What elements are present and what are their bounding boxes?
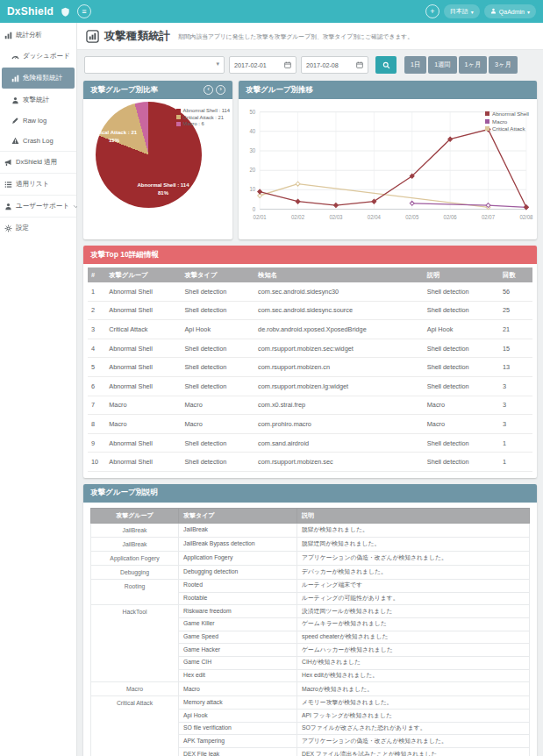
- table-row: 10Abnormal ShellShell detectioncom.rsupp…: [88, 453, 532, 472]
- descriptions-cell-description: API フッキングが検知されました: [297, 709, 530, 722]
- descriptions-cell-type: Api Hook: [179, 709, 297, 722]
- descriptions-cell-type: Application Fogery: [179, 551, 297, 565]
- top10-cell-group: Abnormal Shell: [105, 433, 181, 453]
- date-to-input[interactable]: 2017-02-08: [301, 56, 368, 74]
- prev-arrow-button[interactable]: ‹: [204, 85, 213, 95]
- top10-cell-detection-name: com.prohiro.macro: [254, 415, 424, 434]
- descriptions-cell-description: CIHが検知されました: [297, 656, 530, 669]
- period-1day-button[interactable]: 1日: [404, 56, 426, 74]
- period-1week-button[interactable]: 1週間: [428, 56, 456, 74]
- top10-cell-group: Abnormal Shell: [105, 376, 181, 396]
- top10-column-header: 検知名: [254, 267, 424, 282]
- top10-cell-rank: 4: [88, 339, 105, 358]
- top10-cell-description: Shell detection: [424, 433, 499, 453]
- descriptions-cell-description: ゲームキラーが検知されました: [297, 617, 530, 631]
- period-3months-button[interactable]: 3ヶ月: [489, 56, 518, 74]
- calendar-icon: [284, 61, 291, 68]
- sidebar-item-dxshield-apply[interactable]: DxShield 適用: [0, 151, 76, 173]
- top10-cell-detection-name: com.x0.strai.frep: [254, 396, 424, 415]
- top10-column-header: 説明: [424, 267, 499, 282]
- language-menu-button[interactable]: 日本語 ▾: [444, 4, 480, 18]
- chevron-down-icon: ▾: [527, 9, 530, 15]
- descriptions-cell-description: ルーティングの可能性があります。: [297, 592, 530, 605]
- table-row: Critical AttackMemory attackメモリー攻撃が検知されま…: [91, 696, 530, 710]
- top10-cell-count: 1: [499, 453, 532, 472]
- table-row: RootingRootedルーティング端末です: [91, 579, 530, 592]
- descriptions-cell-description: 脱獄迂回が検知されました。: [297, 537, 530, 551]
- refresh-button[interactable]: +: [425, 4, 439, 18]
- date-from-input[interactable]: 2017-02-01: [229, 56, 297, 74]
- sidebar-item-settings[interactable]: 設定: [0, 217, 76, 239]
- sidebar-item-user-support[interactable]: ユーザーサポート: [0, 195, 76, 217]
- stats-chart-icon: [11, 75, 19, 82]
- sidebar-item-dashboard[interactable]: ダッシュボード: [0, 46, 76, 67]
- table-row: 4Abnormal ShellShell detectioncom.rsuppo…: [88, 339, 532, 358]
- descriptions-panel-header: 攻撃グループ別説明: [83, 484, 537, 503]
- top10-cell-detection-name: com.sec.android.sidesync.source: [254, 301, 424, 320]
- descriptions-cell-description: Macroが検知されました。: [297, 682, 530, 696]
- top10-cell-count: 3: [499, 396, 532, 415]
- descriptions-cell-description: 脱獄が検知されました。: [297, 523, 530, 537]
- descriptions-cell-group: JailBreak: [91, 537, 179, 551]
- shield-icon: [61, 7, 70, 17]
- x-tick-label: 02/03: [329, 214, 343, 220]
- sidebar-item-raw-log[interactable]: Raw log: [0, 111, 76, 131]
- descriptions-cell-description: DEX ファイル流出を試みたことが検知されました: [297, 747, 530, 756]
- descriptions-cell-group: Application Fogery: [91, 551, 179, 565]
- sidebar-item-statistics-analysis[interactable]: 統計分析: [0, 25, 76, 46]
- table-row: JailBreakJailBreak脱獄が検知されました。: [91, 523, 530, 537]
- descriptions-table-head: 攻撃グループ攻撃タイプ説明: [91, 508, 530, 523]
- carousel-controls: ‹ ›: [204, 85, 225, 95]
- sidebar-item-attack-statistics[interactable]: 攻撃統計: [0, 89, 76, 111]
- descriptions-table-wrap: 攻撃グループ攻撃タイプ説明 JailBreakJailBreak脱獄が検知されま…: [83, 503, 537, 756]
- data-point: [334, 203, 339, 208]
- descriptions-cell-type: Memory attack: [179, 696, 297, 710]
- descriptions-cell-type: Debugging detection: [179, 565, 297, 579]
- data-point: [296, 199, 300, 203]
- brand-logo[interactable]: DxShield: [7, 5, 54, 18]
- legend-item[interactable]: Abnormal Shell : 114: [176, 108, 230, 113]
- legend-item[interactable]: Macro: [485, 118, 529, 125]
- line-series-macro: [412, 203, 526, 207]
- user-icon: [490, 8, 497, 15]
- top10-cell-description: Shell detection: [424, 282, 499, 301]
- descriptions-cell-type: Rooted: [179, 579, 297, 592]
- search-button[interactable]: [375, 56, 397, 74]
- top10-cell-rank: 6: [88, 376, 105, 396]
- top10-cell-group: Abnormal Shell: [105, 339, 181, 358]
- y-tick-label: 0: [253, 206, 256, 212]
- pie-slice-label: Critical Attack : 2115%: [89, 129, 139, 144]
- sidebar-toggle-button[interactable]: ≡: [77, 4, 91, 18]
- pencil-icon: [11, 117, 19, 125]
- descriptions-table: 攻撃グループ攻撃タイプ説明 JailBreakJailBreak脱獄が検知されま…: [90, 508, 530, 756]
- period-1month-button[interactable]: 1ヶ月: [459, 56, 488, 74]
- sidebar-item-apply-list[interactable]: 適用リスト: [0, 173, 76, 195]
- page-header: 攻撃種類統計 期間内該当アプリに発生した攻撃を攻撃グループ別、攻撃タイプ別にご確…: [77, 23, 543, 50]
- top10-cell-rank: 7: [88, 396, 105, 415]
- date-to-value: 2017-02-08: [306, 61, 339, 69]
- user-menu-button[interactable]: QaAdmin ▾: [484, 4, 536, 18]
- descriptions-cell-type: Rootable: [179, 592, 297, 605]
- legend-item[interactable]: Critical Attack: [485, 125, 529, 132]
- legend-item[interactable]: Abnormal Shell: [485, 111, 529, 117]
- top10-panel: 攻撃Top 10詳細情報 #攻撃グループ攻撃タイプ検知名説明回数 1Abnorm…: [83, 246, 537, 478]
- top10-cell-type: Shell detection: [181, 301, 254, 320]
- sidebar-item-crash-log[interactable]: Crash Log: [0, 131, 76, 151]
- sidebar-item-label: DxShield 適用: [16, 158, 57, 167]
- legend-item[interactable]: Macro : 6: [176, 121, 230, 126]
- x-tick-label: 02/06: [444, 214, 458, 220]
- app-select[interactable]: ▾: [84, 56, 225, 74]
- legend-item[interactable]: Critical Attack : 21: [176, 115, 230, 120]
- table-row: 2Abnormal ShellShell detectioncom.sec.an…: [88, 301, 532, 320]
- pie-slice-label: Abnormal Shell : 11481%: [134, 182, 192, 196]
- descriptions-cell-group: JailBreak: [91, 523, 179, 537]
- calendar-icon: [356, 61, 363, 68]
- next-arrow-button[interactable]: ›: [216, 85, 225, 95]
- main-content: 攻撃種類統計 期間内該当アプリに発生した攻撃を攻撃グループ別、攻撃タイプ別にご確…: [77, 23, 543, 756]
- top10-cell-group: Macro: [105, 415, 181, 434]
- legend-label: Abnormal Shell : 114: [183, 108, 230, 113]
- y-tick-label: 10: [249, 186, 255, 192]
- descriptions-cell-type: JailBreak: [179, 523, 297, 537]
- sidebar-item-label: 適用リスト: [16, 180, 49, 189]
- sidebar-item-risk-type-statistics[interactable]: 危険種類統計: [2, 68, 75, 89]
